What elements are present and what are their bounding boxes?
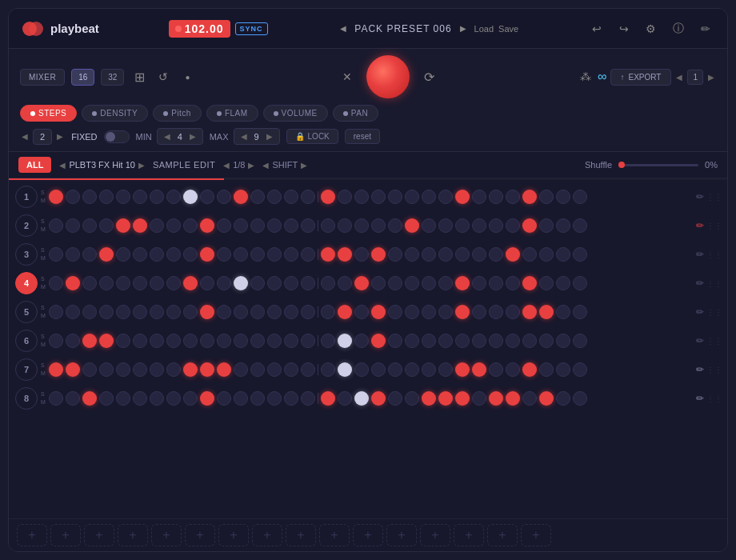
cell-7-7[interactable] [166, 362, 181, 377]
cell-3-20[interactable] [388, 247, 402, 262]
cell-7-13[interactable] [267, 362, 282, 377]
cell-2-6[interactable] [150, 218, 164, 233]
cell-3-13[interactable] [267, 247, 282, 262]
cell-5-4[interactable] [116, 305, 130, 319]
add-button-8[interactable]: + [252, 524, 282, 546]
cell-1-0[interactable] [49, 190, 63, 204]
cell-2-25[interactable] [472, 218, 486, 233]
cell-2-24[interactable] [455, 218, 470, 233]
cell-6-22[interactable] [422, 334, 436, 348]
cell-7-0[interactable] [49, 362, 63, 377]
record-icon[interactable]: ● [178, 68, 196, 86]
num-next[interactable]: ▶ [55, 130, 65, 142]
cell-1-6[interactable] [150, 190, 164, 204]
cell-7-30[interactable] [556, 362, 570, 377]
track-drag-btn-1[interactable]: ⋮⋮ [708, 189, 721, 205]
cell-7-20[interactable] [388, 362, 402, 377]
cell-6-7[interactable] [166, 334, 181, 348]
cell-7-18[interactable] [354, 362, 369, 377]
cell-5-18[interactable] [354, 305, 369, 319]
cell-2-14[interactable] [284, 218, 298, 233]
track-edit-btn-3[interactable]: ✏ [692, 246, 708, 262]
cell-1-21[interactable] [405, 190, 419, 204]
cell-2-8[interactable] [183, 218, 198, 233]
cell-6-8[interactable] [183, 334, 198, 348]
mute-label[interactable]: M [41, 226, 46, 234]
mute-label[interactable]: M [41, 398, 46, 406]
max-prev[interactable]: ◀ [239, 130, 249, 142]
cell-3-28[interactable] [522, 247, 537, 262]
cell-3-23[interactable] [438, 247, 453, 262]
cell-4-22[interactable] [422, 276, 436, 290]
cell-5-9[interactable] [200, 305, 214, 319]
cell-5-22[interactable] [422, 305, 436, 319]
main-knob[interactable] [366, 55, 410, 98]
grid-icon[interactable]: ⊞ [130, 68, 148, 86]
min-prev[interactable]: ◀ [162, 130, 172, 142]
cell-2-12[interactable] [250, 218, 265, 233]
cell-6-21[interactable] [405, 334, 419, 348]
cell-7-25[interactable] [472, 362, 486, 377]
track-edit-btn-8[interactable]: ✏ [692, 390, 708, 406]
cell-6-4[interactable] [116, 334, 130, 348]
cell-8-29[interactable] [539, 391, 554, 406]
track-drag-btn-5[interactable]: ⋮⋮ [708, 304, 721, 320]
track-edit-btn-2[interactable]: ✏ [692, 218, 708, 234]
cell-7-21[interactable] [405, 362, 419, 377]
cell-3-7[interactable] [166, 247, 181, 262]
cell-6-11[interactable] [234, 334, 248, 348]
cell-2-13[interactable] [267, 218, 282, 233]
cell-6-27[interactable] [506, 334, 520, 348]
cell-4-19[interactable] [371, 276, 386, 290]
track-number-3[interactable]: 3 [15, 243, 38, 266]
cell-8-20[interactable] [388, 391, 402, 406]
cell-5-26[interactable] [489, 305, 503, 319]
cell-2-0[interactable] [49, 218, 63, 233]
cell-2-30[interactable] [556, 218, 570, 233]
preset-prev-btn[interactable]: ◀ [337, 22, 350, 34]
reset-button[interactable]: reset [345, 129, 380, 144]
cell-7-11[interactable] [234, 362, 248, 377]
cell-8-0[interactable] [49, 391, 63, 406]
redo-button[interactable]: ↪ [615, 20, 633, 38]
mute-label[interactable]: M [41, 197, 46, 205]
cell-7-23[interactable] [438, 362, 453, 377]
cell-4-26[interactable] [489, 276, 503, 290]
cell-4-25[interactable] [472, 276, 486, 290]
cell-4-0[interactable] [49, 276, 63, 290]
cell-1-22[interactable] [422, 190, 436, 204]
cell-1-23[interactable] [438, 190, 453, 204]
cell-6-31[interactable] [573, 334, 587, 348]
cell-2-27[interactable] [506, 218, 520, 233]
cell-1-14[interactable] [284, 190, 298, 204]
cell-7-14[interactable] [284, 362, 298, 377]
cell-5-17[interactable] [338, 305, 352, 319]
cell-3-3[interactable] [99, 247, 114, 262]
cell-8-18[interactable] [354, 391, 369, 406]
cell-7-10[interactable] [217, 362, 231, 377]
cell-1-12[interactable] [250, 190, 265, 204]
mute-label[interactable]: M [41, 283, 46, 291]
cell-4-2[interactable] [82, 276, 97, 290]
cell-5-15[interactable] [301, 305, 315, 319]
cell-8-26[interactable] [489, 391, 503, 406]
cell-3-26[interactable] [489, 247, 503, 262]
cell-3-27[interactable] [506, 247, 520, 262]
num16-button[interactable]: 16 [71, 69, 94, 86]
cell-3-16[interactable] [321, 247, 335, 262]
solo-label[interactable]: S [41, 390, 46, 398]
cell-5-31[interactable] [573, 305, 587, 319]
solo-label[interactable]: S [41, 275, 46, 283]
cell-6-6[interactable] [150, 334, 164, 348]
cell-4-4[interactable] [116, 276, 130, 290]
cell-8-15[interactable] [301, 391, 315, 406]
cell-8-1[interactable] [66, 391, 80, 406]
add-button-14[interactable]: + [454, 524, 484, 546]
cell-1-4[interactable] [116, 190, 130, 204]
cell-5-8[interactable] [183, 305, 198, 319]
cell-5-24[interactable] [455, 305, 470, 319]
lock-button[interactable]: 🔒 LOCK [286, 129, 338, 144]
cell-5-29[interactable] [539, 305, 554, 319]
cell-4-14[interactable] [284, 276, 298, 290]
cell-4-10[interactable] [217, 276, 231, 290]
